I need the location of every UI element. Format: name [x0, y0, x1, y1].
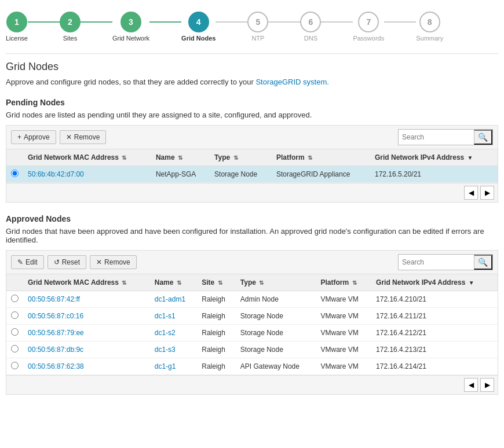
- type-sort-icon: ⇅: [233, 155, 238, 161]
- step-4[interactable]: 4 Grid Nodes: [181, 12, 216, 42]
- approved-radio-header: [6, 274, 23, 291]
- step-7[interactable]: 7 Passwords: [353, 12, 384, 42]
- approved-type-sort-icon: ⇅: [259, 280, 264, 286]
- reset-icon: ↺: [54, 258, 60, 266]
- step-circle-7: 7: [358, 12, 379, 32]
- remove-icon: ✕: [66, 133, 72, 141]
- approved-table: Grid Network MAC Address ⇅ Name ⇅ Site ⇅…: [6, 274, 498, 375]
- pending-col-ip[interactable]: Grid Network IPv4 Address ▼: [370, 149, 498, 166]
- approved-radio-cell[interactable]: [6, 325, 23, 341]
- pending-col-type[interactable]: Type ⇅: [210, 149, 272, 166]
- approved-radio-cell[interactable]: [6, 308, 23, 325]
- pending-next-button[interactable]: ▶: [480, 186, 494, 200]
- approved-nodes-description: Grid nodes that have been approved and h…: [6, 227, 498, 244]
- step-8[interactable]: 8 Summary: [416, 12, 443, 42]
- approved-next-button[interactable]: ▶: [480, 378, 494, 392]
- step-label-1: License: [6, 35, 28, 42]
- connector-1-2: [28, 21, 60, 23]
- approved-ip-cell: 172.16.4.212/21: [371, 325, 498, 341]
- approved-mac-sort-icon: ⇅: [122, 280, 126, 286]
- approve-label: Approve: [24, 133, 50, 141]
- step-circle-6: 6: [300, 12, 321, 32]
- name-sort-icon: ⇅: [178, 155, 182, 161]
- step-1[interactable]: 1 License: [6, 12, 28, 42]
- platform-sort-icon: ⇅: [308, 155, 312, 161]
- pending-col-mac[interactable]: Grid Network MAC Address ⇅: [23, 149, 151, 166]
- pending-table-container: Grid Network MAC Address ⇅ Name ⇅ Type ⇅…: [6, 149, 498, 183]
- approved-toolbar-left: ✎ Edit ↺ Reset ✕ Remove: [11, 255, 137, 269]
- approved-ip-cell: 172.16.4.213/21: [371, 341, 498, 358]
- approved-search-box: 🔍: [398, 254, 493, 270]
- pending-approve-button[interactable]: + Approve: [11, 130, 56, 144]
- approved-edit-button[interactable]: ✎ Edit: [11, 255, 44, 269]
- approved-site-cell: Raleigh: [197, 341, 236, 358]
- pending-col-name[interactable]: Name ⇅: [151, 149, 210, 166]
- approved-mac-cell: 00:50:56:87:42:ff: [23, 291, 150, 308]
- step-label-6: DNS: [304, 35, 317, 42]
- connector-6-7: [321, 21, 353, 23]
- approved-table-row[interactable]: 00:50:56:87:62:38 dc1-g1 Raleigh API Gat…: [6, 358, 498, 375]
- step-5[interactable]: 5 NTP: [247, 12, 268, 42]
- connector-4-5: [216, 21, 247, 23]
- approved-name-cell: dc1-adm1: [150, 291, 197, 308]
- approved-reset-button[interactable]: ↺ Reset: [48, 255, 86, 269]
- approved-search-button[interactable]: 🔍: [474, 255, 492, 270]
- pending-search-button[interactable]: 🔍: [474, 130, 492, 145]
- approved-radio-cell[interactable]: [6, 291, 23, 308]
- approved-name-cell: dc1-s2: [150, 325, 197, 341]
- step-label-4: Grid Nodes: [181, 35, 216, 42]
- pending-search-input[interactable]: [399, 131, 474, 143]
- connector-2-3: [81, 21, 112, 23]
- pending-platform-cell: StorageGRID Appliance: [272, 166, 370, 183]
- connector-7-8: [384, 21, 416, 23]
- approved-col-type[interactable]: Type ⇅: [236, 274, 316, 291]
- approved-col-platform[interactable]: Platform ⇅: [316, 274, 372, 291]
- approved-search-input[interactable]: [399, 256, 474, 268]
- approved-platform-cell: VMware VM: [316, 308, 372, 325]
- approved-name-cell: dc1-s3: [150, 341, 197, 358]
- pending-radio-header: [6, 149, 23, 166]
- step-2[interactable]: 2 Sites: [60, 12, 81, 42]
- approved-remove-label: Remove: [104, 258, 130, 266]
- step-3[interactable]: 3 Grid Network: [112, 12, 149, 42]
- approve-icon: +: [17, 133, 21, 141]
- approved-col-name[interactable]: Name ⇅: [150, 274, 197, 291]
- pending-remove-button[interactable]: ✕ Remove: [60, 130, 107, 144]
- edit-label: Edit: [25, 258, 38, 266]
- pending-name-cell: NetApp-SGA: [151, 166, 210, 183]
- approved-platform-sort-icon: ⇅: [352, 280, 357, 286]
- pending-radio-cell[interactable]: [6, 166, 23, 183]
- approved-remove-button[interactable]: ✕ Remove: [90, 255, 137, 269]
- approved-col-site[interactable]: Site ⇅: [197, 274, 236, 291]
- approved-table-row[interactable]: 00:50:56:87:db:9c dc1-s3 Raleigh Storage…: [6, 341, 498, 358]
- storagegrid-link[interactable]: StorageGRID system.: [255, 78, 328, 86]
- pending-type-cell: Storage Node: [210, 166, 272, 183]
- pending-table-row[interactable]: 50:6b:4b:42:d7:00 NetApp-SGA Storage Nod…: [6, 166, 498, 183]
- step-6[interactable]: 6 DNS: [300, 12, 321, 42]
- pending-prev-button[interactable]: ◀: [464, 186, 478, 200]
- approved-table-row[interactable]: 00:50:56:87:42:ff dc1-adm1 Raleigh Admin…: [6, 291, 498, 308]
- approved-radio-cell[interactable]: [6, 358, 23, 375]
- approved-ip-cell: 172.16.4.214/21: [371, 358, 498, 375]
- pending-search-box: 🔍: [398, 129, 493, 145]
- approved-col-ip[interactable]: Grid Network IPv4 Address ▼: [371, 274, 498, 291]
- edit-icon: ✎: [17, 258, 23, 266]
- approved-table-row[interactable]: 00:50:56:87:c0:16 dc1-s1 Raleigh Storage…: [6, 308, 498, 325]
- approved-radio-cell[interactable]: [6, 341, 23, 358]
- approved-ip-cell: 172.16.4.210/21: [371, 291, 498, 308]
- approved-table-row[interactable]: 00:50:56:87:79:ee dc1-s2 Raleigh Storage…: [6, 325, 498, 341]
- approved-prev-button[interactable]: ◀: [464, 378, 478, 392]
- page-title: Grid Nodes: [6, 61, 498, 73]
- step-circle-2: 2: [60, 12, 81, 32]
- step-label-7: Passwords: [353, 35, 384, 42]
- pending-nodes-description: Grid nodes are listed as pending until t…: [6, 111, 498, 119]
- step-label-8: Summary: [416, 35, 443, 42]
- approved-table-header-row: Grid Network MAC Address ⇅ Name ⇅ Site ⇅…: [6, 274, 498, 291]
- reset-label: Reset: [62, 258, 80, 266]
- approved-col-mac[interactable]: Grid Network MAC Address ⇅: [23, 274, 150, 291]
- approved-name-cell: dc1-g1: [150, 358, 197, 375]
- approved-platform-cell: VMware VM: [316, 358, 372, 375]
- pending-col-platform[interactable]: Platform ⇅: [272, 149, 370, 166]
- approved-site-sort-icon: ⇅: [218, 280, 222, 286]
- approved-nodes-title: Approved Nodes: [6, 214, 498, 223]
